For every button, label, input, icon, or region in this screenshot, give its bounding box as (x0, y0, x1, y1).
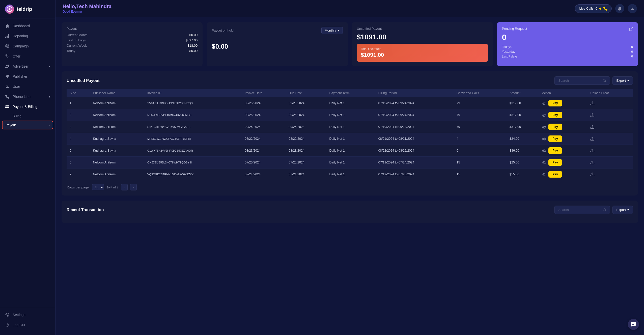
sidebar-item-label: Publisher (13, 74, 27, 78)
view-icon[interactable] (542, 113, 547, 117)
chat-bubble-button[interactable] (628, 319, 639, 330)
view-icon[interactable] (542, 161, 547, 164)
col-action: Action (539, 89, 587, 97)
cell-upload-proof (587, 169, 633, 180)
view-icon[interactable] (542, 149, 547, 152)
sidebar-item-logout[interactable]: Log Out (0, 320, 55, 330)
bell-icon (618, 7, 622, 11)
col-amount: Amount (507, 89, 539, 97)
sidebar-item-label: Phone Line (13, 95, 31, 99)
sidebar-item-phone-line[interactable]: Phone Line ▾ (0, 92, 55, 102)
cell-converted-calls: 15 (454, 157, 507, 169)
upload-icon[interactable] (590, 172, 594, 176)
pagination-next-button[interactable]: › (130, 184, 137, 190)
col-upload-proof: Upload Proof (587, 89, 633, 97)
sidebar-sub-item-payout[interactable]: Payout › (2, 121, 53, 129)
cell-publisher: Nelcom Anilsom (90, 97, 144, 109)
cell-upload-proof (587, 157, 633, 169)
cell-invoice-id: S4XS5RFZ0YSVUKV60WJJ3A7SE (144, 121, 242, 133)
cell-payment-term: Daily Net 1 (326, 145, 375, 157)
sidebar-item-label: Payout & Billing (13, 105, 37, 109)
col-payment-term: Payment Term (326, 89, 375, 97)
cell-sno: 6 (67, 157, 90, 169)
overdues-label: Total Overdues (361, 47, 484, 51)
pending-yesterday: Yesterday 0 (502, 50, 633, 53)
sidebar-item-settings[interactable]: Settings (0, 310, 55, 320)
payout-last30: Last 30 Days $397.00 (67, 38, 198, 42)
view-icon[interactable] (542, 125, 547, 129)
sidebar-item-advertiser[interactable]: Advertiser ▾ (0, 61, 55, 71)
cell-payment-term: Daily Net 1 (326, 157, 375, 169)
cell-billing-period: 07/19/2024 to 09/24/2024 (375, 121, 454, 133)
live-calls-button[interactable]: Live Calls 0 (575, 4, 612, 13)
cell-action: Pay (539, 157, 587, 169)
pay-button[interactable]: Pay (548, 112, 562, 118)
unsettled-payout-section: Unsettled Payout Export ▾ (62, 71, 638, 196)
cell-action: Pay (539, 169, 587, 180)
recent-export-button[interactable]: Export ▾ (612, 206, 633, 214)
pending-row-label: Yesterday (502, 50, 515, 53)
pagination-prev-button[interactable]: ‹ (121, 184, 128, 190)
cell-invoice-date: 07/24/2024 (242, 169, 286, 180)
phone-small-icon (603, 7, 607, 11)
upload-icon[interactable] (590, 137, 594, 140)
view-icon[interactable] (542, 173, 547, 176)
cell-publisher: Kushagra Savita (90, 133, 144, 145)
payout-hold-title: Payout on hold (212, 29, 234, 32)
upload-icon[interactable] (590, 160, 594, 164)
cell-sno: 3 (67, 121, 90, 133)
pending-row-label: Todays (502, 45, 512, 49)
table-row: 5 Kushagra Savita C1WX73N2VV2HFX5OS5OE7V… (67, 145, 633, 157)
upload-icon[interactable] (590, 113, 594, 117)
sidebar-item-user[interactable]: User (0, 81, 55, 92)
sidebar-item-dashboard[interactable]: Dashboard (0, 21, 55, 31)
payout-row-label: Today (67, 49, 75, 53)
recent-transaction-section: Recent Transaction Export ▾ (62, 201, 638, 223)
view-icon[interactable] (542, 101, 547, 105)
sidebar-item-label: Reporting (13, 34, 28, 38)
pay-button[interactable]: Pay (548, 147, 562, 154)
monthly-dropdown[interactable]: Monthly ▾ (321, 27, 343, 34)
search-input[interactable] (558, 79, 601, 82)
view-icon[interactable] (542, 137, 547, 141)
profile-button[interactable] (628, 4, 637, 13)
sidebar-item-reporting[interactable]: Reporting (0, 31, 55, 41)
recent-section-actions: Export ▾ (554, 206, 633, 214)
export-button[interactable]: Export ▾ (612, 76, 633, 85)
sidebar-sub-item-label: Payout (6, 123, 16, 127)
cell-amount: $25.00 (507, 157, 539, 169)
pay-button[interactable]: Pay (548, 159, 562, 166)
recent-search-input[interactable] (558, 208, 601, 212)
payout-on-hold-card: Payout on hold Monthly ▾ $0.00 (207, 22, 348, 66)
recent-search-box[interactable] (554, 206, 610, 214)
pay-button[interactable]: Pay (548, 135, 562, 142)
cell-amount: $24.00 (507, 133, 539, 145)
payout-row-value: $397.00 (186, 38, 198, 42)
greeting-sub: Good Evening (63, 10, 111, 13)
cell-converted-calls: 6 (454, 145, 507, 157)
upload-icon[interactable] (590, 101, 594, 105)
pay-button[interactable]: Pay (548, 171, 562, 178)
sidebar-item-campaign[interactable]: Campaign (0, 41, 55, 51)
notification-button[interactable] (615, 4, 624, 13)
sidebar-sub-item-billing[interactable]: Billing (0, 112, 55, 120)
cell-amount: $36.00 (507, 145, 539, 157)
rows-per-page-select[interactable]: 10 25 50 (92, 184, 104, 190)
payout-row-label: Current Week (67, 44, 87, 47)
rows-per-page-label: Rows per page: (67, 185, 90, 189)
sidebar-item-payout-billing[interactable]: Payout & Billing (0, 102, 55, 112)
cell-billing-period: 07/19/2024 to 07/24/2024 (375, 157, 454, 169)
pay-button[interactable]: Pay (548, 124, 562, 130)
search-box[interactable] (554, 76, 610, 85)
sidebar-item-publisher[interactable]: Publisher (0, 71, 55, 81)
cell-action: Pay (539, 133, 587, 145)
upload-icon[interactable] (590, 149, 594, 152)
payout-row-value: $0.00 (189, 33, 198, 37)
upload-icon[interactable] (590, 125, 594, 128)
sidebar-item-offer[interactable]: Offer (0, 51, 55, 61)
cell-billing-period: 08/21/2024 to 08/21/2024 (375, 133, 454, 145)
payout-card: Payout Current Month $0.00 Last 30 Days … (62, 22, 203, 66)
table-row: 6 Nelcom Anilsom ONZXDJB55L2KCT9WH7ZQOBY… (67, 157, 633, 169)
table-head: S.no Publisher Name Invoice ID Invoice D… (67, 89, 633, 97)
pay-button[interactable]: Pay (548, 100, 562, 106)
